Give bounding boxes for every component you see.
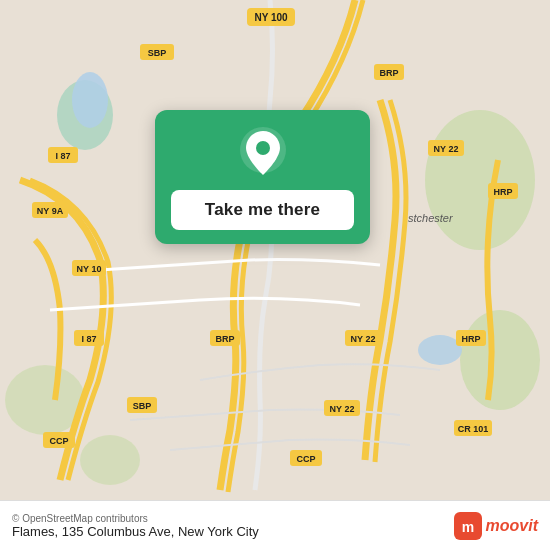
svg-point-6 xyxy=(72,72,108,128)
svg-text:m: m xyxy=(461,519,473,535)
svg-text:SBP: SBP xyxy=(133,401,152,411)
svg-text:HRP: HRP xyxy=(461,334,480,344)
svg-point-2 xyxy=(460,310,540,410)
moovit-logo[interactable]: m moovit xyxy=(454,512,538,540)
popup-card[interactable]: Take me there xyxy=(155,110,370,244)
moovit-brand-icon: m xyxy=(454,512,482,540)
svg-text:BRP: BRP xyxy=(215,334,234,344)
svg-text:stchester: stchester xyxy=(408,212,454,224)
svg-text:HRP: HRP xyxy=(493,187,512,197)
svg-text:NY 22: NY 22 xyxy=(330,404,355,414)
moovit-wordmark: moovit xyxy=(486,517,538,535)
svg-text:CR 101: CR 101 xyxy=(458,424,489,434)
svg-point-1 xyxy=(425,110,535,250)
svg-point-44 xyxy=(256,141,270,155)
bottom-bar: © OpenStreetMap contributors Flames, 135… xyxy=(0,500,550,550)
svg-text:I 87: I 87 xyxy=(81,334,96,344)
svg-point-5 xyxy=(80,435,140,485)
attribution: © OpenStreetMap contributors xyxy=(12,513,259,524)
svg-text:NY 22: NY 22 xyxy=(434,144,459,154)
map-container: NY 100 SBP BRP I 87 NY 9A NY 22 HRP NY 1… xyxy=(0,0,550,500)
svg-text:NY 100: NY 100 xyxy=(254,12,288,23)
svg-text:CCP: CCP xyxy=(49,436,68,446)
svg-text:I 87: I 87 xyxy=(55,151,70,161)
svg-text:NY 9A: NY 9A xyxy=(37,206,64,216)
location-pin-icon xyxy=(240,127,286,181)
location-icon-wrap xyxy=(237,128,289,180)
svg-text:SBP: SBP xyxy=(148,48,167,58)
map-svg: NY 100 SBP BRP I 87 NY 9A NY 22 HRP NY 1… xyxy=(0,0,550,500)
bottom-left: © OpenStreetMap contributors Flames, 135… xyxy=(12,513,259,539)
svg-text:NY 22: NY 22 xyxy=(351,334,376,344)
svg-text:NY 10: NY 10 xyxy=(77,264,102,274)
svg-text:CCP: CCP xyxy=(296,454,315,464)
svg-point-7 xyxy=(418,335,462,365)
svg-text:BRP: BRP xyxy=(379,68,398,78)
address-text: Flames, 135 Columbus Ave, New York City xyxy=(12,524,259,539)
take-me-there-button[interactable]: Take me there xyxy=(171,190,354,230)
